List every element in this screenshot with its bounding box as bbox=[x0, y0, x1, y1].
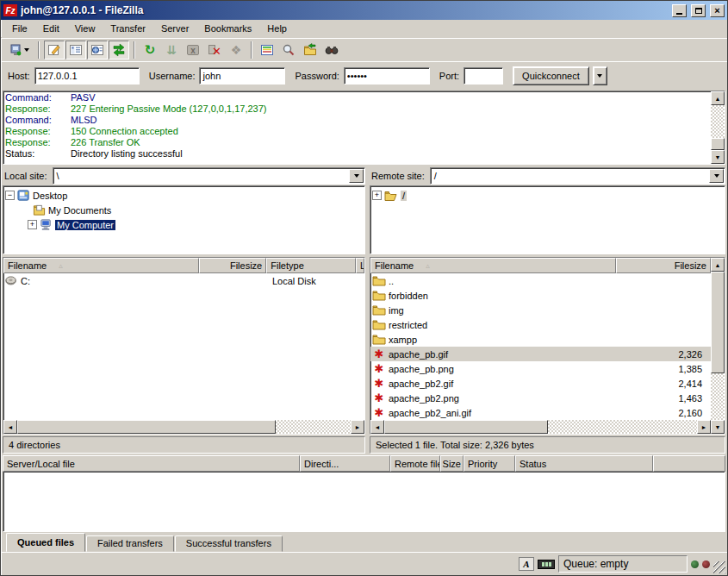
file-row[interactable]: ✱apache_pb2.gif2,414 bbox=[370, 376, 711, 391]
scroll-up-icon[interactable]: ▲ bbox=[711, 91, 725, 105]
expand-icon[interactable]: + bbox=[372, 191, 382, 200]
filter-search-icon bbox=[282, 43, 296, 57]
scroll-up-icon[interactable]: ▲ bbox=[711, 258, 725, 272]
synchronized-browsing-button[interactable] bbox=[300, 41, 320, 59]
scroll-left-icon[interactable]: ◄ bbox=[3, 420, 17, 434]
chevron-down-icon[interactable] bbox=[709, 169, 724, 183]
file-row-c-drive[interactable]: C: Local Disk bbox=[3, 273, 364, 288]
file-name: apache_pb.gif bbox=[389, 349, 448, 360]
log-line: Response:226 Transfer OK bbox=[5, 137, 709, 148]
disconnect-button[interactable]: ✕ bbox=[204, 41, 225, 59]
tree-item-my-computer[interactable]: + My Computer bbox=[5, 217, 363, 232]
chevron-down-icon[interactable] bbox=[349, 169, 364, 183]
local-site-combo[interactable]: \ bbox=[53, 167, 365, 185]
menu-edit[interactable]: Edit bbox=[35, 22, 67, 35]
expand-icon[interactable]: + bbox=[28, 220, 37, 229]
scrollbar-thumb[interactable] bbox=[17, 420, 276, 434]
scroll-down-icon[interactable]: ▼ bbox=[711, 150, 725, 164]
cancel-operation-button[interactable]: x bbox=[183, 41, 203, 59]
password-input[interactable] bbox=[344, 67, 430, 85]
file-row[interactable]: ✱apache_pb.png1,385 bbox=[370, 361, 711, 376]
scroll-left-icon[interactable]: ◄ bbox=[370, 420, 384, 434]
port-input[interactable] bbox=[464, 67, 503, 85]
column-header-filename[interactable]: Filename▵ bbox=[3, 258, 199, 273]
file-row[interactable]: ✱apache_pb2_ani.gif2,160 bbox=[370, 405, 711, 420]
column-header-priority[interactable]: Priority bbox=[464, 455, 515, 472]
maximize-button[interactable] bbox=[691, 4, 706, 17]
scrollbar-thumb[interactable] bbox=[711, 272, 725, 373]
remote-horizontal-scrollbar[interactable]: ◄ ► bbox=[370, 420, 711, 434]
search-files-button[interactable] bbox=[321, 41, 342, 59]
collapse-icon[interactable]: − bbox=[5, 191, 15, 200]
local-file-list: Filename▵ Filesize Filetype L C: Loca bbox=[3, 257, 365, 435]
minimize-button[interactable] bbox=[672, 4, 687, 17]
close-button[interactable]: × bbox=[710, 4, 725, 17]
menu-transfer[interactable]: Transfer bbox=[103, 22, 153, 35]
sort-ascending-icon: ▵ bbox=[59, 261, 63, 270]
directory-comparison-button[interactable] bbox=[257, 41, 277, 59]
column-header-server-local-file[interactable]: Server/Local file bbox=[3, 455, 300, 472]
scrollbar-thumb[interactable] bbox=[384, 420, 548, 434]
menu-bookmarks[interactable]: Bookmarks bbox=[196, 22, 259, 35]
username-input[interactable] bbox=[199, 67, 285, 85]
site-manager-button[interactable] bbox=[4, 41, 34, 59]
toggle-remote-tree-button[interactable] bbox=[87, 41, 108, 59]
toggle-transfer-queue-button[interactable] bbox=[109, 41, 129, 59]
file-row[interactable]: ✱apache_pb2.png1,463 bbox=[370, 391, 711, 405]
file-row-selected[interactable]: ✱apache_pb.gif2,326 bbox=[370, 347, 711, 361]
tab-failed-transfers[interactable]: Failed transfers bbox=[86, 535, 174, 552]
column-header-status[interactable]: Status bbox=[515, 455, 653, 472]
quickconnect-button[interactable]: Quickconnect bbox=[513, 66, 589, 85]
process-queue-button[interactable]: ⇊ bbox=[161, 41, 182, 59]
scroll-right-icon[interactable]: ► bbox=[697, 420, 711, 434]
column-header-filetype[interactable]: Filetype bbox=[266, 258, 356, 273]
column-header-remote-file[interactable]: Remote file bbox=[390, 455, 440, 472]
column-header-filesize[interactable]: Filesize bbox=[199, 258, 266, 273]
folder-row[interactable]: img bbox=[370, 303, 711, 317]
local-list-header: Filename▵ Filesize Filetype L bbox=[3, 258, 364, 273]
tab-queued-files[interactable]: Queued files bbox=[6, 533, 85, 552]
remote-site-path: / bbox=[431, 171, 708, 181]
queue-body[interactable] bbox=[3, 472, 725, 532]
quickconnect-dropdown-button[interactable] bbox=[593, 66, 607, 85]
refresh-button[interactable]: ↻ bbox=[140, 41, 160, 59]
menu-help[interactable]: Help bbox=[259, 22, 295, 35]
folder-row[interactable]: xampp bbox=[370, 332, 711, 347]
reconnect-button[interactable]: ❖ bbox=[226, 41, 246, 59]
scrollbar-thumb[interactable] bbox=[711, 138, 725, 150]
filename-filter-button[interactable] bbox=[278, 41, 299, 59]
log-vertical-scrollbar[interactable]: ▲ ▼ bbox=[711, 91, 725, 164]
remote-list-rows: .. forbidden img restricted xampp ✱apach… bbox=[370, 273, 711, 420]
file-size: 1,463 bbox=[642, 393, 711, 404]
image-file-icon: ✱ bbox=[372, 349, 386, 360]
tree-item-my-documents[interactable]: My Documents bbox=[5, 203, 363, 217]
column-header-filesize[interactable]: Filesize bbox=[616, 258, 711, 273]
remote-site-combo[interactable]: / bbox=[430, 167, 725, 185]
filezilla-window: Fz john@127.0.0.1 - FileZilla × File Edi… bbox=[0, 0, 728, 576]
scroll-right-icon[interactable]: ► bbox=[351, 420, 364, 434]
remote-site-row: Remote site: / bbox=[370, 166, 725, 185]
column-header-direction[interactable]: Directi... bbox=[300, 455, 390, 472]
folder-row[interactable]: restricted bbox=[370, 317, 711, 332]
menu-file[interactable]: File bbox=[4, 22, 35, 35]
sort-ascending-icon: ▵ bbox=[426, 261, 430, 270]
folder-row[interactable]: .. bbox=[370, 273, 711, 288]
column-header-last-modified[interactable]: L bbox=[356, 258, 364, 273]
column-header-filename[interactable]: Filename▵ bbox=[370, 258, 616, 273]
column-header-size[interactable]: Size bbox=[440, 455, 464, 472]
host-input[interactable] bbox=[34, 67, 140, 85]
open-folder-icon bbox=[384, 190, 398, 202]
toggle-local-tree-button[interactable] bbox=[65, 41, 86, 59]
menu-server[interactable]: Server bbox=[153, 22, 196, 35]
folder-row[interactable]: forbidden bbox=[370, 288, 711, 303]
site-manager-icon bbox=[9, 43, 22, 57]
tree-item-desktop[interactable]: − Desktop bbox=[5, 188, 363, 203]
tree-item-root[interactable]: + / bbox=[372, 188, 723, 203]
menu-view[interactable]: View bbox=[67, 22, 103, 35]
scroll-down-icon[interactable]: ▼ bbox=[711, 420, 725, 434]
tab-successful-transfers[interactable]: Successful transfers bbox=[175, 535, 283, 552]
resize-grip[interactable] bbox=[713, 561, 725, 573]
remote-vertical-scrollbar[interactable]: ▲ ▼ bbox=[711, 258, 725, 434]
toggle-message-log-button[interactable] bbox=[44, 41, 65, 59]
local-horizontal-scrollbar[interactable]: ◄ ► bbox=[3, 420, 364, 434]
